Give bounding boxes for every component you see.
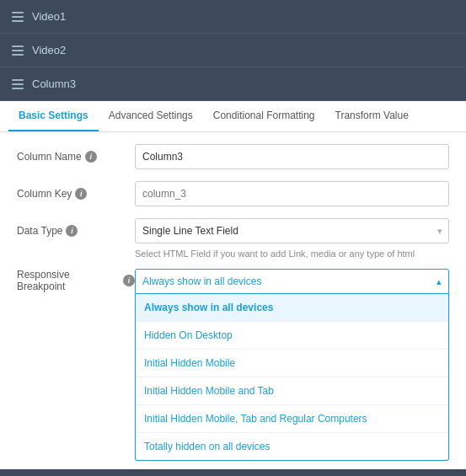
dropdown-item-initial-hidden-all[interactable]: Initial Hidden Mobile, Tab and Regular C…: [136, 405, 448, 433]
sidebar-item-video2[interactable]: Video2: [0, 34, 466, 67]
dropdown-item-initial-hidden-mobile-tab[interactable]: Initial Hidden Mobile and Tab: [136, 377, 448, 405]
column-name-input[interactable]: [135, 144, 449, 169]
tabs-bar: Basic Settings Advanced Settings Conditi…: [0, 101, 466, 132]
form-area: Column Name i Column Key i Data Type i S…: [0, 132, 466, 469]
dropdown-item-always[interactable]: Always show in all devices: [136, 294, 448, 322]
tab-transform[interactable]: Transform Value: [325, 101, 419, 131]
dropdown-item-hidden-desktop[interactable]: Hidden On Desktop: [136, 322, 448, 350]
hamburger-icon: [12, 79, 24, 89]
column-key-label: Column Key i: [17, 188, 135, 200]
sidebar-item-column3[interactable]: Column3: [0, 67, 466, 101]
data-type-hint: Select HTML Field if you want to add Lin…: [135, 249, 449, 259]
dropdown-item-initial-hidden-mobile[interactable]: Initial Hidden Mobile: [136, 350, 448, 377]
sidebar-item-label: Column3: [32, 78, 76, 90]
sidebar-item-label: Video2: [32, 44, 66, 56]
hamburger-icon: [12, 12, 24, 22]
column-name-label: Column Name i: [17, 151, 135, 163]
dropdown-item-totally-hidden[interactable]: Totally hidden on all devices: [136, 433, 448, 460]
responsive-selected-value: Always show in all devices: [142, 275, 261, 287]
hamburger-icon: [12, 45, 24, 56]
responsive-breakpoint-label: Responsive Breakpoint i: [17, 269, 135, 292]
sidebar-item-video1[interactable]: Video1: [0, 0, 466, 34]
chevron-up-icon: ▴: [437, 276, 442, 287]
data-type-row: Data Type i Single Line Text Field ▾: [17, 218, 449, 243]
tab-basic[interactable]: Basic Settings: [8, 101, 99, 131]
tab-advanced[interactable]: Advanced Settings: [99, 101, 203, 131]
column-key-row: Column Key i: [17, 181, 449, 206]
responsive-breakpoint-row: Responsive Breakpoint i Always show in a…: [17, 269, 449, 294]
responsive-dropdown-trigger[interactable]: Always show in all devices ▴: [135, 269, 449, 294]
column-name-row: Column Name i: [17, 144, 449, 169]
column-key-input[interactable]: [135, 181, 449, 206]
sidebar-item-column4[interactable]: Column 4: [0, 469, 466, 476]
column-key-info-icon[interactable]: i: [75, 188, 87, 200]
tab-conditional[interactable]: Conditional Formatting: [203, 101, 325, 131]
responsive-dropdown-menu: Always show in all devices Hidden On Des…: [135, 294, 449, 461]
data-type-select-wrapper: Single Line Text Field ▾: [135, 218, 449, 243]
sidebar-item-label: Video1: [32, 10, 66, 23]
data-type-label: Data Type i: [17, 225, 135, 237]
column-name-info-icon[interactable]: i: [85, 151, 97, 163]
responsive-info-icon[interactable]: i: [123, 275, 135, 286]
data-type-info-icon[interactable]: i: [66, 225, 78, 237]
data-type-select[interactable]: Single Line Text Field: [135, 218, 449, 243]
